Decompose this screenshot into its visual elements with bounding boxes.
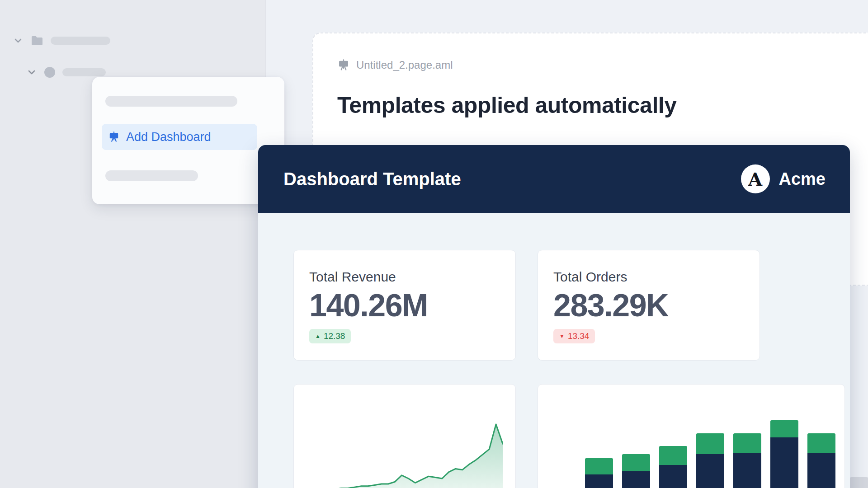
folder-icon — [31, 35, 43, 46]
sidebar — [0, 0, 266, 488]
bar-column — [770, 420, 798, 488]
chevron-down-icon[interactable] — [13, 35, 24, 46]
file-row: Untitled_2.page.aml — [337, 59, 868, 71]
page-heading: Templates applied automatically — [337, 92, 868, 118]
dashboard-easel-icon — [337, 59, 350, 71]
kpi-label: Total Orders — [553, 269, 760, 285]
dashboard-easel-icon — [108, 131, 120, 143]
partial-skeleton-decor — [847, 477, 868, 488]
skeleton-text-bar — [62, 68, 106, 76]
kpi-label: Total Revenue — [309, 269, 515, 285]
dashboard-body: Total Revenue 140.26M ▲ 12.38 Total Orde… — [258, 213, 850, 488]
dashboard-title: Dashboard Template — [283, 169, 461, 189]
kpi-delta-value: 12.38 — [324, 331, 345, 341]
kpi-card-total-orders: Total Orders 283.29K ▼ 13.34 — [538, 250, 760, 361]
revenue-area-chart — [293, 384, 516, 488]
chevron-down-icon[interactable] — [26, 67, 37, 78]
bar-column — [622, 454, 650, 488]
dashboard-template-card: Dashboard Template A Acme Total Revenue … — [258, 145, 850, 488]
kpi-card-total-revenue: Total Revenue 140.26M ▲ 12.38 — [293, 250, 516, 361]
bar-column — [807, 433, 835, 488]
skeleton-text-bar — [51, 37, 110, 45]
bar-column — [585, 458, 613, 488]
kpi-delta-value: 13.34 — [568, 331, 590, 341]
trend-down-icon: ▼ — [559, 333, 565, 339]
kpi-value: 140.26M — [309, 287, 515, 324]
chart-row — [293, 384, 850, 488]
skeleton-menu-item — [105, 96, 237, 107]
orders-bar-chart-card — [538, 384, 845, 488]
add-dashboard-menu-item[interactable]: Add Dashboard — [102, 124, 257, 150]
tree-item-folder[interactable] — [13, 35, 110, 46]
dashboard-header: Dashboard Template A Acme — [258, 145, 850, 213]
kpi-value: 283.29K — [553, 287, 760, 324]
trend-up-icon: ▲ — [315, 333, 321, 339]
stacked-bar-chart — [585, 420, 835, 488]
bar-column — [733, 433, 761, 488]
context-menu: Add Dashboard — [92, 77, 284, 204]
page-dot-icon — [44, 67, 55, 78]
kpi-delta-badge: ▼ 13.34 — [553, 329, 595, 343]
bar-column — [696, 433, 724, 488]
brand-name: Acme — [779, 169, 826, 189]
tree-item-page[interactable] — [26, 67, 106, 78]
skeleton-menu-item — [105, 170, 198, 181]
brand: A Acme — [741, 164, 826, 193]
kpi-row: Total Revenue 140.26M ▲ 12.38 Total Orde… — [293, 250, 850, 361]
file-name: Untitled_2.page.aml — [356, 59, 453, 71]
kpi-delta-badge: ▲ 12.38 — [309, 329, 351, 343]
bar-column — [659, 446, 687, 488]
acme-logo-icon: A — [741, 164, 770, 193]
add-dashboard-label: Add Dashboard — [126, 130, 211, 144]
